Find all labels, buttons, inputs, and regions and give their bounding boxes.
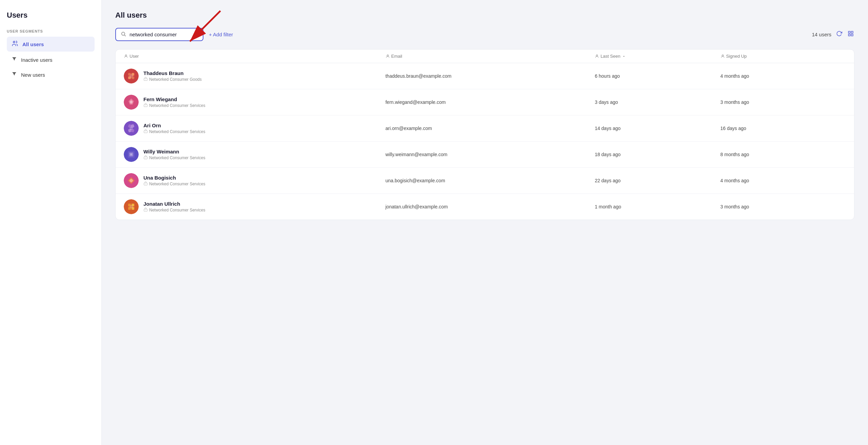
- svg-point-24: [130, 101, 133, 104]
- last-seen-cell: 22 days ago: [595, 178, 720, 183]
- company-icon: [143, 77, 148, 82]
- search-clear-button[interactable]: ✕: [194, 32, 198, 37]
- user-name: Jonatan Ullrich: [143, 201, 205, 207]
- table-row[interactable]: Thaddeus Braun Networked Consumer Goods …: [116, 63, 854, 89]
- sidebar-item-new-users-label: New users: [21, 72, 45, 78]
- user-name: Una Bogisich: [143, 175, 205, 181]
- user-company: Networked Consumer Services: [143, 103, 205, 108]
- sidebar: Users User segments All users Inactive u…: [0, 0, 102, 445]
- last-seen-cell: 1 month ago: [595, 204, 720, 209]
- svg-point-44: [130, 179, 133, 182]
- svg-point-10: [387, 55, 388, 56]
- search-area: ✕ + Add filter 14 users: [115, 28, 854, 41]
- search-icon: [121, 31, 126, 38]
- user-name: Thaddeus Braun: [143, 70, 202, 76]
- table-row[interactable]: Jonatan Ullrich Networked Consumer Servi…: [116, 194, 854, 220]
- user-company: Networked Consumer Services: [143, 129, 205, 134]
- col-header-user: User: [124, 54, 386, 59]
- avatar: [124, 69, 139, 84]
- sidebar-item-all-users[interactable]: All users: [7, 37, 95, 52]
- email-cell: willy.weimann@example.com: [386, 152, 595, 157]
- filter-icon-new: [12, 71, 17, 78]
- search-input[interactable]: [130, 32, 191, 37]
- svg-line-4: [124, 35, 126, 36]
- users-icon: [12, 40, 18, 48]
- svg-rect-6: [851, 31, 853, 33]
- signed-up-cell: 4 months ago: [721, 73, 846, 79]
- sidebar-item-inactive-users-label: Inactive users: [21, 57, 53, 63]
- refresh-button[interactable]: [835, 30, 843, 39]
- sidebar-title: Users: [7, 11, 95, 20]
- last-seen-cell: 14 days ago: [595, 126, 720, 131]
- company-icon: [143, 207, 148, 212]
- col-header-signed-up: Signed Up: [721, 54, 846, 59]
- table-row[interactable]: Willy Weimann Networked Consumer Service…: [116, 142, 854, 168]
- user-name: Willy Weimann: [143, 149, 205, 154]
- company-icon: [143, 103, 148, 108]
- table-row[interactable]: Ari Orn Networked Consumer Services ari.…: [116, 115, 854, 142]
- email-cell: ari.orn@example.com: [386, 126, 595, 131]
- table-row[interactable]: Una Bogisich Networked Consumer Services…: [116, 168, 854, 194]
- main-content: All users: [102, 0, 868, 445]
- signed-up-cell: 8 months ago: [721, 152, 846, 157]
- user-count: 14 users: [812, 32, 831, 37]
- svg-point-12: [722, 55, 723, 56]
- svg-point-3: [122, 32, 125, 35]
- sidebar-item-new-users[interactable]: New users: [7, 68, 95, 81]
- avatar: [124, 95, 139, 110]
- col-user-label: User: [130, 54, 139, 59]
- avatar: [124, 147, 139, 162]
- svg-rect-5: [848, 31, 850, 33]
- svg-rect-8: [851, 34, 853, 36]
- add-filter-button[interactable]: + Add filter: [208, 32, 234, 37]
- user-info: Jonatan Ullrich Networked Consumer Servi…: [143, 201, 205, 212]
- avatar: [124, 199, 139, 214]
- user-info: Fern Wiegand Networked Consumer Services: [143, 96, 205, 108]
- col-email-label: Email: [391, 54, 402, 59]
- sidebar-section-label: User segments: [7, 29, 95, 33]
- filter-icon-inactive: [12, 56, 17, 63]
- user-info: Ari Orn Networked Consumer Services: [143, 123, 205, 134]
- avatar: [124, 173, 139, 188]
- col-signed-up-label: Signed Up: [726, 54, 747, 59]
- user-name: Ari Orn: [143, 123, 205, 128]
- last-seen-cell: 6 hours ago: [595, 73, 720, 79]
- user-cell: Willy Weimann Networked Consumer Service…: [124, 147, 386, 162]
- sidebar-item-inactive-users[interactable]: Inactive users: [7, 53, 95, 67]
- search-filter-bar: ✕ + Add filter 14 users: [115, 28, 854, 41]
- table-body: Thaddeus Braun Networked Consumer Goods …: [116, 63, 854, 220]
- user-cell: Thaddeus Braun Networked Consumer Goods: [124, 69, 386, 84]
- signed-up-cell: 3 months ago: [721, 99, 846, 105]
- user-company: Networked Consumer Services: [143, 155, 205, 160]
- svg-rect-38: [130, 153, 132, 155]
- user-company: Networked Consumer Goods: [143, 77, 202, 82]
- signed-up-cell: 3 months ago: [721, 204, 846, 209]
- col-header-email: Email: [386, 54, 595, 59]
- user-info: Thaddeus Braun Networked Consumer Goods: [143, 70, 202, 82]
- company-icon: [143, 155, 148, 160]
- last-seen-cell: 3 days ago: [595, 99, 720, 105]
- user-info: Willy Weimann Networked Consumer Service…: [143, 149, 205, 160]
- table-header: User Email Last Seen Signed Up: [116, 50, 854, 63]
- user-cell: Ari Orn Networked Consumer Services: [124, 121, 386, 136]
- users-table: User Email Last Seen Signed Up: [115, 49, 854, 220]
- col-last-seen-label: Last Seen: [600, 54, 620, 59]
- user-count-area: 14 users: [812, 30, 854, 39]
- user-cell: Fern Wiegand Networked Consumer Services: [124, 95, 386, 110]
- user-cell: Jonatan Ullrich Networked Consumer Servi…: [124, 199, 386, 214]
- email-cell: una.bogisich@example.com: [386, 178, 595, 183]
- svg-point-0: [13, 41, 15, 43]
- user-name: Fern Wiegand: [143, 96, 205, 102]
- email-cell: jonatan.ullrich@example.com: [386, 204, 595, 209]
- search-box: ✕: [115, 28, 203, 41]
- email-cell: fern.wiegand@example.com: [386, 99, 595, 105]
- svg-point-9: [125, 55, 126, 56]
- page-title: All users: [115, 11, 854, 20]
- email-cell: thaddeus.braun@example.com: [386, 73, 595, 79]
- user-company: Networked Consumer Services: [143, 181, 205, 186]
- view-toggle-button[interactable]: [847, 30, 854, 39]
- table-row[interactable]: Fern Wiegand Networked Consumer Services…: [116, 89, 854, 115]
- signed-up-cell: 16 days ago: [721, 126, 846, 131]
- svg-rect-7: [848, 34, 850, 36]
- col-header-last-seen[interactable]: Last Seen: [595, 54, 720, 59]
